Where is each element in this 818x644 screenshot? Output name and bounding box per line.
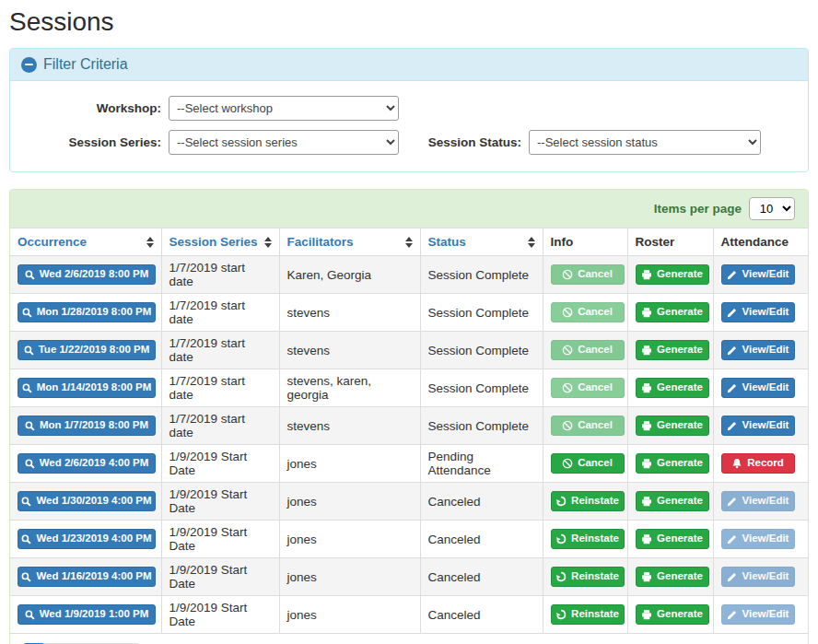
workshop-filter-row: Workshop: --Select workshop [23,96,409,121]
facilitators-cell: jones [279,558,420,596]
view-edit-button[interactable]: View/Edit [721,340,795,360]
cancel-button[interactable]: Cancel [551,264,625,285]
session-series-label: Session Series: [23,135,169,149]
page-title: Sessions [9,7,809,37]
generate-button[interactable]: Generate [636,604,709,625]
status-cell: Pending Attendance [420,445,543,483]
table-header-row: Occurrence Session Series Facilitators S… [10,228,808,256]
generate-button[interactable]: Generate [636,340,709,360]
session-series-select[interactable]: --Select session series [169,130,399,155]
column-header-attendance: Attendance [713,228,808,256]
generate-button[interactable]: Generate [636,416,709,436]
status-cell: Session Complete [420,256,543,294]
table-row: Wed 1/30/2019 4:00 PM 1/9/2019 Start Dat… [10,483,808,521]
sort-icon [528,237,535,248]
generate-button[interactable]: Generate [636,302,709,322]
facilitators-cell: jones [279,445,420,483]
cancel-button[interactable]: Cancel [551,453,625,474]
column-header-session-series[interactable]: Session Series [161,228,279,256]
sessions-table: Occurrence Session Series Facilitators S… [10,228,808,634]
table-row: Wed 1/16/2019 4:00 PM 1/9/2019 Start Dat… [10,558,808,596]
table-topbar: Items per page 10 [10,190,808,228]
reinstate-button[interactable]: Reinstate [551,567,625,587]
status-cell: Session Complete [420,332,543,369]
session-status-filter-row: Session Status: --Select session status [409,130,795,155]
occurrence-button[interactable]: Wed 1/9/2019 1:00 PM [18,604,156,625]
session-series-cell: 1/7/2019 start date [161,256,279,294]
status-cell: Session Complete [420,294,543,332]
cancel-button[interactable]: Cancel [551,340,625,360]
table-row: Wed 1/9/2019 1:00 PM 1/9/2019 Start Date… [10,596,808,634]
session-series-cell: 1/7/2019 start date [161,294,279,332]
workshop-select[interactable]: --Select workshop [169,96,399,121]
generate-button[interactable]: Generate [636,378,709,398]
table-row: Mon 1/14/2019 8:00 PM 1/7/2019 start dat… [10,369,808,407]
table-row: Wed 1/23/2019 4:00 PM 1/9/2019 Start Dat… [10,521,808,558]
status-cell: Canceled [420,558,543,596]
column-header-occurrence[interactable]: Occurrence [10,228,161,256]
status-cell: Session Complete [420,369,543,407]
table-row: Tue 1/22/2019 8:00 PM 1/7/2019 start dat… [10,332,808,369]
items-per-page-label: Items per page [654,202,742,216]
generate-button[interactable]: Generate [636,453,709,474]
view-edit-button[interactable]: View/Edit [721,416,795,436]
session-series-cell: 1/9/2019 Start Date [161,445,279,483]
facilitators-cell: stevens [279,332,420,369]
session-series-cell: 1/7/2019 start date [161,369,279,407]
filter-criteria-header[interactable]: Filter Criteria [10,49,808,81]
filter-criteria-body: Workshop: --Select workshop Session Seri… [10,81,808,171]
record-button[interactable]: Record [721,453,795,474]
generate-button[interactable]: Generate [636,264,709,285]
occurrence-button[interactable]: Wed 1/16/2019 4:00 PM [18,567,156,587]
column-header-info: Info [543,228,627,256]
view-edit-button[interactable]: View/Edit [721,567,795,587]
cancel-button[interactable]: Cancel [551,416,625,436]
occurrence-button[interactable]: Tue 1/22/2019 8:00 PM [18,340,156,360]
view-edit-button[interactable]: View/Edit [721,302,795,322]
reinstate-button[interactable]: Reinstate [551,604,625,625]
occurrence-button[interactable]: Wed 2/6/2019 8:00 PM [18,264,156,285]
generate-button[interactable]: Generate [636,529,709,549]
status-cell: Canceled [420,521,543,558]
status-cell: Canceled [420,483,543,521]
facilitators-cell: jones [279,596,420,634]
view-edit-button[interactable]: View/Edit [721,264,795,285]
sort-icon [146,237,154,248]
generate-button[interactable]: Generate [636,567,709,587]
table-row: Wed 2/6/2019 8:00 PM 1/7/2019 start date… [10,256,808,294]
table-bottombar: 12345» 1356 Record(s) [10,634,808,644]
occurrence-button[interactable]: Wed 2/6/2019 4:00 PM [18,453,156,474]
sort-icon [405,237,413,248]
session-series-cell: 1/9/2019 Start Date [161,558,279,596]
session-table-body: Wed 2/6/2019 8:00 PM 1/7/2019 start date… [10,256,808,634]
column-header-facilitators[interactable]: Facilitators [279,228,420,256]
cancel-button[interactable]: Cancel [551,378,625,398]
occurrence-button[interactable]: Wed 1/23/2019 4:00 PM [18,529,156,549]
facilitators-cell: Karen, Georgia [279,256,420,294]
view-edit-button[interactable]: View/Edit [721,378,795,398]
reinstate-button[interactable]: Reinstate [551,529,625,549]
view-edit-button[interactable]: View/Edit [721,604,795,625]
session-series-cell: 1/9/2019 Start Date [161,521,279,558]
facilitators-cell: jones [279,521,420,558]
session-series-cell: 1/7/2019 start date [161,332,279,369]
facilitators-cell: stevens [279,407,420,445]
occurrence-button[interactable]: Mon 1/7/2019 8:00 PM [18,416,156,436]
session-status-label: Session Status: [409,135,529,149]
items-per-page-select[interactable]: 10 [749,197,795,220]
minus-circle-icon [21,57,37,73]
generate-button[interactable]: Generate [636,491,709,511]
status-cell: Session Complete [420,407,543,445]
filter-criteria-title: Filter Criteria [43,56,128,73]
occurrence-button[interactable]: Mon 1/28/2019 8:00 PM [18,302,156,322]
cancel-button[interactable]: Cancel [551,302,625,322]
view-edit-button[interactable]: View/Edit [721,491,795,511]
occurrence-button[interactable]: Mon 1/14/2019 8:00 PM [18,378,156,398]
status-cell: Canceled [420,596,543,634]
session-status-select[interactable]: --Select session status [529,130,761,155]
session-series-cell: 1/7/2019 start date [161,407,279,445]
reinstate-button[interactable]: Reinstate [551,491,625,511]
view-edit-button[interactable]: View/Edit [721,529,795,549]
occurrence-button[interactable]: Wed 1/30/2019 4:00 PM [18,491,156,511]
column-header-status[interactable]: Status [420,228,543,256]
